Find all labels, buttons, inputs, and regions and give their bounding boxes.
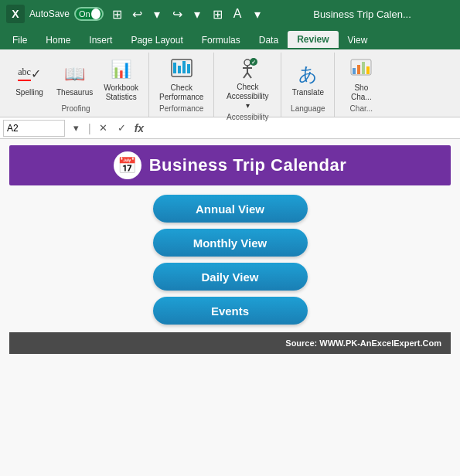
- table-icon-btn[interactable]: ⊞: [108, 5, 125, 22]
- svg-rect-1: [173, 63, 176, 73]
- svg-rect-14: [357, 65, 360, 74]
- more-btn[interactable]: ▾: [249, 5, 266, 22]
- title-bar: X AutoSave On ⊞ ↩ ▾ ↪ ▾ ⊞ A ▾ Business T…: [0, 0, 460, 28]
- svg-rect-15: [362, 62, 365, 74]
- tab-home[interactable]: Home: [36, 31, 80, 49]
- cell-reference[interactable]: A2: [3, 120, 65, 137]
- workbook-stats-btn[interactable]: 📊 WorkbookStatistics: [100, 55, 142, 104]
- language-buttons: あ Translate: [288, 54, 328, 104]
- translate-btn[interactable]: あ Translate: [288, 60, 328, 100]
- events-btn[interactable]: Events: [153, 297, 308, 325]
- check-performance-btn[interactable]: CheckPerformance: [155, 55, 207, 104]
- undo-dropdown-btn[interactable]: ▾: [148, 5, 165, 22]
- charts-buttons: ShoCha...: [341, 54, 381, 104]
- svg-rect-4: [187, 64, 190, 73]
- redo-dropdown-btn[interactable]: ▾: [189, 5, 206, 22]
- monthly-view-btn[interactable]: Monthly View: [153, 229, 308, 257]
- spelling-btn[interactable]: abc ✓ Spelling: [9, 60, 49, 100]
- check-accessibility-icon: ✓: [235, 56, 260, 81]
- redo-btn[interactable]: ↪: [169, 5, 186, 22]
- ribbon: abc ✓ Spelling 📖 Thesaurus 📊 WorkbookSta…: [0, 49, 460, 117]
- calendar-header: 📅 Business Trip Calendar: [9, 145, 451, 185]
- footer-source-text: Source: WWW.PK-AnExcelExpert.Com: [285, 338, 441, 348]
- svg-line-8: [244, 73, 247, 78]
- ribbon-group-accessibility: ✓ CheckAccessibility ▾ Accessibility: [214, 53, 281, 117]
- annual-view-btn[interactable]: Annual View: [153, 195, 308, 223]
- svg-line-9: [247, 73, 251, 78]
- accessibility-buttons: ✓ CheckAccessibility ▾: [220, 54, 274, 113]
- svg-point-5: [244, 60, 250, 66]
- calendar-logo: 📅: [114, 151, 141, 179]
- window-title: Business Trip Calen...: [271, 8, 454, 20]
- check-accessibility-btn[interactable]: ✓ CheckAccessibility ▾: [220, 54, 274, 113]
- formula-input[interactable]: [148, 123, 457, 134]
- svg-rect-3: [182, 61, 186, 73]
- charts-group-label: Char...: [350, 104, 373, 115]
- autosave-toggle[interactable]: On: [74, 7, 104, 21]
- svg-rect-16: [366, 66, 370, 74]
- fx-label: fx: [133, 122, 145, 134]
- toolbar-icons: ⊞ ↩ ▾ ↪ ▾ ⊞ A ▾: [108, 5, 266, 22]
- spelling-icon: abc ✓: [17, 62, 42, 87]
- language-group-label: Language: [291, 104, 325, 115]
- toggle-thumb: [91, 8, 101, 19]
- tab-view[interactable]: View: [339, 31, 377, 49]
- show-charts-label: ShoCha...: [351, 83, 372, 102]
- proofing-group-label: Proofing: [61, 104, 90, 115]
- translate-icon: あ: [295, 62, 320, 87]
- calendar-title: Business Trip Calendar: [149, 155, 347, 175]
- svg-rect-13: [353, 68, 356, 74]
- check-performance-icon: [169, 57, 194, 82]
- confirm-formula-btn[interactable]: ✓: [114, 122, 130, 134]
- daily-view-btn[interactable]: Daily View: [153, 263, 308, 291]
- tab-data[interactable]: Data: [250, 31, 288, 49]
- check-accessibility-label: CheckAccessibility ▾: [224, 83, 271, 110]
- performance-group-label: Performance: [159, 104, 203, 115]
- thesaurus-icon: 📖: [63, 62, 87, 87]
- translate-label: Translate: [292, 88, 324, 97]
- autosave-label: AutoSave: [29, 8, 70, 19]
- proofing-buttons: abc ✓ Spelling 📖 Thesaurus 📊 WorkbookSta…: [9, 54, 142, 104]
- thesaurus-btn[interactable]: 📖 Thesaurus: [53, 60, 97, 100]
- ribbon-tabs: File Home Insert Page Layout Formulas Da…: [0, 28, 460, 49]
- undo-btn[interactable]: ↩: [128, 5, 145, 22]
- ribbon-group-proofing: abc ✓ Spelling 📖 Thesaurus 📊 WorkbookSta…: [3, 53, 149, 117]
- performance-buttons: CheckPerformance: [155, 54, 207, 104]
- show-charts-icon: [349, 57, 373, 82]
- ribbon-group-charts: ShoCha... Char...: [335, 53, 387, 117]
- ribbon-group-language: あ Translate Language: [281, 53, 335, 117]
- formula-separator: |: [87, 122, 93, 134]
- main-area: 📅 Business Trip Calendar Annual View Mon…: [0, 139, 460, 476]
- footer: Source: WWW.PK-AnExcelExpert.Com: [9, 332, 451, 354]
- toggle-on-text: On: [79, 9, 90, 19]
- tab-file[interactable]: File: [3, 31, 36, 49]
- thesaurus-label: Thesaurus: [56, 88, 93, 97]
- name-box-dropdown[interactable]: ▾: [68, 122, 83, 134]
- ribbon-group-performance: CheckPerformance Performance: [149, 53, 214, 117]
- tab-review[interactable]: Review: [288, 31, 338, 49]
- tab-page-layout[interactable]: Page Layout: [121, 31, 192, 49]
- workbook-stats-label: WorkbookStatistics: [104, 83, 138, 102]
- cancel-formula-btn[interactable]: ✕: [96, 122, 111, 134]
- grid-btn[interactable]: ⊞: [209, 5, 226, 22]
- workbook-stats-icon: 📊: [109, 57, 134, 82]
- nav-buttons-area: Annual View Monthly View Daily View Even…: [0, 185, 460, 332]
- svg-text:✓: ✓: [251, 60, 256, 65]
- check-performance-label: CheckPerformance: [159, 83, 203, 102]
- svg-rect-2: [178, 66, 181, 73]
- font-color-btn[interactable]: A: [229, 5, 246, 22]
- tab-formulas[interactable]: Formulas: [193, 31, 250, 49]
- excel-logo: X: [6, 5, 25, 23]
- show-charts-btn[interactable]: ShoCha...: [341, 55, 381, 104]
- spelling-label: Spelling: [15, 88, 43, 97]
- calendar-logo-icon: 📅: [118, 156, 137, 175]
- accessibility-group-label: Accessibility: [227, 113, 268, 124]
- tab-insert[interactable]: Insert: [80, 31, 121, 49]
